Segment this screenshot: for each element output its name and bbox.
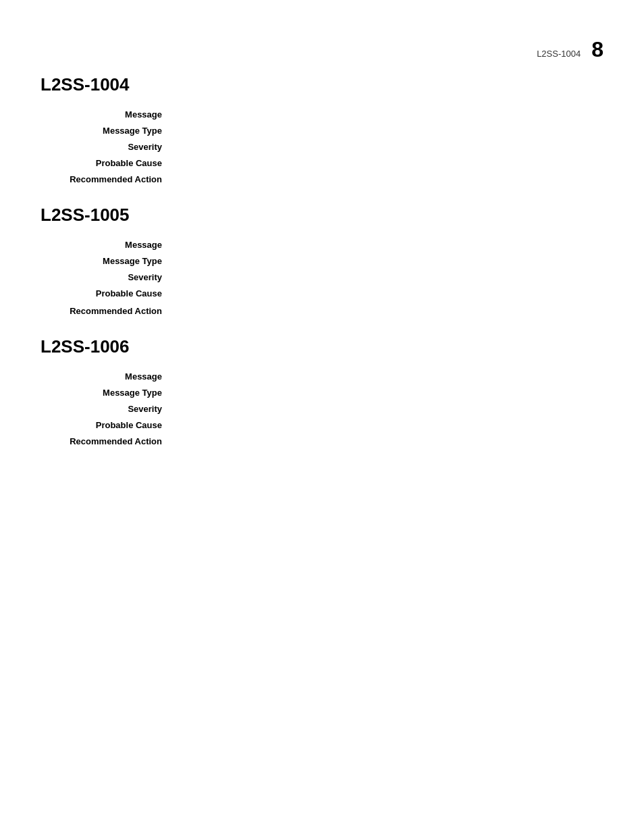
field-label-severity-2: Severity	[41, 271, 176, 282]
main-content: L2SS-1004 Message Message Type Severity …	[0, 0, 644, 507]
field-label-recommended-action-2: Recommended Action	[41, 305, 176, 316]
field-label-message-2: Message	[41, 239, 176, 250]
field-row-recommended-action-3: Recommended Action	[41, 436, 603, 446]
entry-l2ss-1005: L2SS-1005 Message Message Type Severity …	[41, 205, 603, 316]
field-row-message-type-3: Message Type	[41, 387, 603, 398]
header-code: L2SS-1004	[537, 49, 581, 59]
field-row-message-1: Message	[41, 109, 603, 120]
field-label-recommended-action-1: Recommended Action	[41, 174, 176, 184]
field-label-message-3: Message	[41, 371, 176, 382]
entry-l2ss-1006: L2SS-1006 Message Message Type Severity …	[41, 336, 603, 446]
field-label-message-type-1: Message Type	[41, 125, 176, 136]
field-label-message-type-3: Message Type	[41, 387, 176, 398]
field-row-message-type-1: Message Type	[41, 125, 603, 136]
field-label-probable-cause-3: Probable Cause	[41, 419, 176, 430]
field-row-message-3: Message	[41, 371, 603, 382]
field-label-recommended-action-3: Recommended Action	[41, 436, 176, 446]
field-row-severity-2: Severity	[41, 271, 603, 282]
field-label-message-type-2: Message Type	[41, 255, 176, 266]
field-row-probable-cause-3: Probable Cause	[41, 419, 603, 430]
field-row-message-type-2: Message Type	[41, 255, 603, 266]
field-row-recommended-action-2: Recommended Action	[41, 305, 603, 316]
field-label-severity-1: Severity	[41, 141, 176, 152]
entry-title-l2ss-1005: L2SS-1005	[41, 205, 603, 226]
entry-title-l2ss-1004: L2SS-1004	[41, 74, 603, 95]
field-label-probable-cause-2: Probable Cause	[41, 288, 176, 298]
field-label-message-1: Message	[41, 109, 176, 120]
field-row-message-2: Message	[41, 239, 603, 250]
field-row-recommended-action-1: Recommended Action	[41, 174, 603, 184]
field-label-probable-cause-1: Probable Cause	[41, 157, 176, 168]
header-page-number: 8	[591, 37, 603, 62]
entry-title-l2ss-1006: L2SS-1006	[41, 336, 603, 357]
page-header: L2SS-1004 8	[537, 37, 603, 62]
field-label-severity-3: Severity	[41, 403, 176, 414]
field-row-severity-3: Severity	[41, 403, 603, 414]
field-row-probable-cause-1: Probable Cause	[41, 157, 603, 168]
entry-l2ss-1004: L2SS-1004 Message Message Type Severity …	[41, 74, 603, 184]
field-row-probable-cause-2: Probable Cause	[41, 288, 603, 298]
field-row-severity-1: Severity	[41, 141, 603, 152]
